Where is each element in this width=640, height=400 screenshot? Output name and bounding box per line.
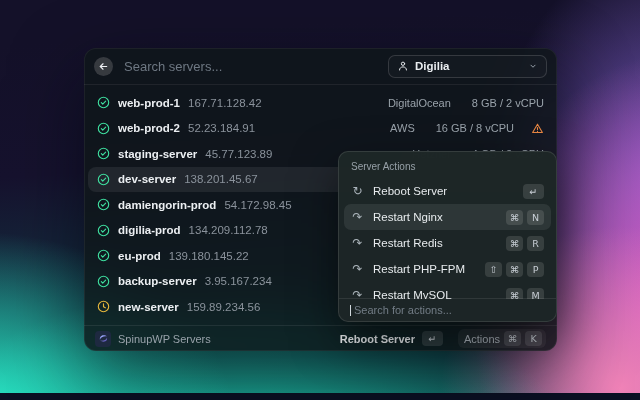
menu-items: ↻ Reboot Server ↵ ↷ Restart Nginx ⌘ N ↷ … bbox=[344, 178, 551, 299]
footer-actions-button[interactable]: Actions ⌘ K bbox=[458, 329, 546, 348]
command-palette-window: Digilia web-prod-1 167.71.128.42 Digital… bbox=[84, 48, 557, 351]
server-specs: 8 GB / 2 vCPU bbox=[472, 97, 544, 109]
server-name: dev-server bbox=[118, 173, 176, 185]
menu-item-label: Restart PHP-FPM bbox=[373, 263, 465, 275]
p-key-badge: P bbox=[527, 262, 544, 277]
server-ip: 138.201.45.67 bbox=[184, 173, 258, 185]
menu-item-label: Restart Nginx bbox=[373, 211, 443, 223]
cmd-key-badge: ⌘ bbox=[506, 236, 523, 251]
actions-label: Actions bbox=[464, 333, 500, 345]
restart-icon: ↷ bbox=[351, 262, 364, 276]
back-button[interactable] bbox=[94, 57, 113, 76]
check-circle-icon bbox=[97, 198, 110, 211]
check-circle-icon bbox=[97, 249, 110, 262]
server-specs: 16 GB / 8 vCPU bbox=[436, 122, 514, 134]
check-circle-icon bbox=[97, 224, 110, 237]
cmd-key-badge: ⌘ bbox=[506, 262, 523, 277]
check-circle-icon bbox=[97, 147, 110, 160]
text-cursor bbox=[350, 305, 351, 316]
return-key-badge: ↵ bbox=[422, 331, 443, 346]
actions-search-input[interactable] bbox=[352, 303, 545, 317]
return-key-badge: ↵ bbox=[523, 184, 544, 199]
server-row-web-prod-2[interactable]: web-prod-2 52.23.184.91 AWS 16 GB / 8 vC… bbox=[88, 116, 553, 142]
server-ip: 139.180.145.22 bbox=[169, 250, 249, 262]
check-circle-icon bbox=[97, 122, 110, 135]
menu-item-restart-php-fpm[interactable]: ↷ Restart PHP-FPM ⇧ ⌘ P bbox=[344, 256, 551, 282]
server-ip: 167.71.128.42 bbox=[188, 97, 262, 109]
server-name: eu-prod bbox=[118, 250, 161, 262]
reboot-icon: ↻ bbox=[351, 184, 364, 198]
r-key-badge: R bbox=[527, 236, 544, 251]
shift-key-badge: ⇧ bbox=[485, 262, 502, 277]
menu-item-restart-redis[interactable]: ↷ Restart Redis ⌘ R bbox=[344, 230, 551, 256]
server-name: damiengorin-prod bbox=[118, 199, 216, 211]
server-name: digilia-prod bbox=[118, 224, 181, 236]
server-ip: 159.89.234.56 bbox=[187, 301, 261, 313]
app-name: SpinupWP Servers bbox=[118, 333, 211, 345]
chevron-down-icon bbox=[528, 61, 538, 71]
palette-header: Digilia bbox=[84, 48, 557, 85]
warning-triangle-icon bbox=[531, 122, 544, 135]
search-input[interactable] bbox=[122, 58, 379, 75]
menu-item-restart-mysql[interactable]: ↷ Restart MySQL ⌘ M bbox=[344, 282, 551, 299]
server-provider: DigitalOcean bbox=[388, 97, 451, 109]
account-dropdown[interactable]: Digilia bbox=[388, 55, 547, 78]
check-circle-icon bbox=[97, 96, 110, 109]
menu-title: Server Actions bbox=[339, 152, 556, 175]
server-ip: 54.172.98.45 bbox=[224, 199, 291, 211]
back-arrow-icon bbox=[98, 61, 109, 72]
server-name: backup-server bbox=[118, 275, 197, 287]
check-circle-icon bbox=[97, 173, 110, 186]
server-name: web-prod-1 bbox=[118, 97, 180, 109]
menu-item-label: Reboot Server bbox=[373, 185, 447, 197]
server-provider: AWS bbox=[390, 122, 415, 134]
clock-icon bbox=[97, 300, 110, 313]
spinupwp-logo-icon bbox=[95, 331, 111, 347]
person-icon bbox=[397, 60, 409, 72]
server-name: web-prod-2 bbox=[118, 122, 180, 134]
server-row-web-prod-1[interactable]: web-prod-1 167.71.128.42 DigitalOcean 8 … bbox=[88, 90, 553, 116]
server-actions-menu: Server Actions ↻ Reboot Server ↵ ↷ Resta… bbox=[338, 151, 557, 322]
restart-icon: ↷ bbox=[351, 210, 364, 224]
cmd-key-badge: ⌘ bbox=[506, 210, 523, 225]
server-ip: 3.95.167.234 bbox=[205, 275, 272, 287]
server-name: new-server bbox=[118, 301, 179, 313]
restart-icon: ↷ bbox=[351, 236, 364, 250]
n-key-badge: N bbox=[527, 210, 544, 225]
server-ip: 52.23.184.91 bbox=[188, 122, 255, 134]
account-name: Digilia bbox=[415, 60, 450, 72]
footer-primary-action[interactable]: Reboot Server bbox=[340, 333, 415, 345]
k-key-badge: K bbox=[525, 331, 542, 346]
check-circle-icon bbox=[97, 275, 110, 288]
palette-footer: SpinupWP Servers Reboot Server ↵ Actions… bbox=[84, 325, 557, 351]
menu-item-reboot-server[interactable]: ↻ Reboot Server ↵ bbox=[344, 178, 551, 204]
server-ip: 45.77.123.89 bbox=[205, 148, 272, 160]
menu-item-label: Restart Redis bbox=[373, 237, 443, 249]
menu-item-restart-nginx[interactable]: ↷ Restart Nginx ⌘ N bbox=[344, 204, 551, 230]
server-ip: 134.209.112.78 bbox=[189, 224, 268, 236]
server-name: staging-server bbox=[118, 148, 197, 160]
cmd-key-badge: ⌘ bbox=[504, 331, 521, 346]
actions-search-bar bbox=[339, 298, 556, 321]
